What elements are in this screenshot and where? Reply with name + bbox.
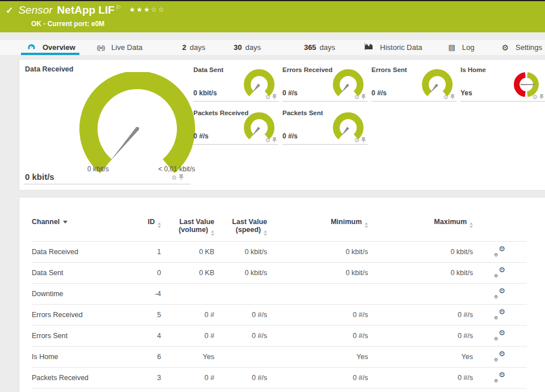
cell-channel: Errors Sent (32, 326, 117, 347)
tab-overview[interactable]: Overview (27, 43, 75, 52)
cell-last-value-speed: 0 #/s (214, 368, 267, 389)
pin-icon[interactable] (539, 94, 544, 100)
channel-settings-gear-icon[interactable]: ⚙ (354, 137, 360, 143)
channel-tile-packets-sent: Packets Sent 0 #/s ⚙ (282, 108, 367, 145)
pin-icon[interactable] (272, 137, 277, 143)
tile-divider (24, 184, 191, 184)
cell-maximum: 0 kbit/s (368, 242, 473, 263)
channel-settings-gear-icon[interactable]: ⚙ (265, 137, 271, 143)
tab-historic-data[interactable]: Historic Data (365, 43, 422, 52)
sensor-title: NetApp LIF (57, 4, 115, 16)
cell-maximum: 0 kbit/s (368, 263, 473, 284)
cell-maximum: 0 #/s (368, 305, 473, 326)
column-header-minimum[interactable]: Minimum (267, 218, 368, 242)
cell-minimum: 0 #/s (267, 368, 368, 389)
edit-channel-gears-icon[interactable]: ⚙⚙ (495, 289, 505, 297)
channel-settings-gear-icon[interactable]: ⚙ (532, 94, 538, 100)
cell-maximum: 0 #/s (368, 389, 473, 392)
edit-channel-gears-icon[interactable]: ⚙⚙ (495, 268, 505, 276)
cell-minimum: Yes (267, 347, 368, 368)
pin-icon[interactable] (450, 94, 455, 100)
channel-tile-value: Yes (460, 89, 472, 97)
tab-label: Historic Data (380, 43, 422, 52)
star-rating[interactable]: ★★★☆☆ (129, 6, 166, 14)
column-header-last-value-speed-[interactable]: Last Value (speed) (214, 218, 267, 242)
area-chart-icon (365, 43, 373, 50)
cell-last-value-volume: 0 # (161, 368, 214, 389)
table-row: Data Received 1 0 KB 0 kbit/s 0 kbit/s 0… (32, 242, 527, 263)
channel-tile-packets-received: Packets Received 0 #/s ⚙ (193, 108, 278, 145)
sort-toggle-icon (158, 222, 161, 228)
live-data-broadcast-icon: ((•)) (97, 44, 105, 51)
cell-last-value-speed: 0 #/s (214, 326, 267, 347)
column-header-channel[interactable]: Channel (32, 218, 117, 242)
settings-gear-icon: ⚙ (502, 43, 509, 52)
channel-settings-gear-icon[interactable]: ⚙ (443, 94, 449, 100)
edit-channel-gears-icon[interactable]: ⚙⚙ (495, 352, 505, 360)
cell-channel: Data Received (32, 242, 117, 263)
cell-id: 4 (117, 326, 161, 347)
channel-tile-value: 0 kbit/s (193, 89, 217, 97)
cell-channel: Data Sent (32, 263, 117, 284)
cell-maximum (368, 284, 473, 305)
channel-tile-value: 0 #/s (282, 132, 298, 140)
cell-last-value-volume: Yes (161, 347, 214, 368)
priority-flag-icon[interactable]: ⚐ (116, 4, 121, 11)
pin-icon[interactable] (361, 94, 366, 100)
tab-bar: Overview ((•)) Live Data 2 days 30 days … (0, 40, 545, 55)
cell-channel: Packets Received (32, 368, 117, 389)
pin-icon[interactable] (272, 94, 277, 100)
channel-tile-data-sent: Data Sent 0 kbit/s ⚙ (193, 65, 278, 102)
tab-log[interactable]: ▤ Log (449, 43, 475, 52)
tab-label: days (190, 43, 205, 52)
cell-minimum: 0 #/s (267, 305, 368, 326)
column-header-actions (473, 218, 527, 242)
cell-last-value-volume: 0 KB (161, 242, 214, 263)
cell-id: 0 (117, 263, 161, 284)
tab-label: Settings (516, 43, 542, 52)
primary-gauge (75, 72, 200, 174)
column-header-label: Maximum (434, 218, 467, 226)
column-header-last-value-volume-[interactable]: Last Value (volume) (161, 218, 214, 242)
column-header-label: ID (148, 218, 155, 226)
channel-settings-gear-icon[interactable]: ⚙ (171, 175, 177, 180)
edit-channel-gears-icon[interactable]: ⚙⚙ (495, 373, 505, 381)
channel-settings-gear-icon[interactable]: ⚙ (354, 94, 360, 100)
cell-minimum: 0 #/s (267, 326, 368, 347)
column-header-id[interactable]: ID (117, 218, 161, 242)
cell-id: 1 (117, 242, 161, 263)
primary-channel-value: 0 kbit/s (25, 172, 54, 182)
pin-icon[interactable] (179, 174, 184, 180)
pin-icon[interactable] (361, 137, 366, 143)
edit-channel-gears-icon[interactable]: ⚙⚙ (495, 331, 505, 339)
column-header-maximum[interactable]: Maximum (368, 218, 473, 242)
sort-toggle-icon (365, 222, 368, 228)
tab-days[interactable]: 30 days (230, 43, 261, 52)
tab-days[interactable]: 2 days (179, 43, 205, 52)
channel-settings-gear-icon[interactable]: ⚙ (265, 94, 271, 100)
tab-icon (27, 43, 36, 52)
channel-tile-errors-sent: Errors Sent 0 #/s ⚙ (371, 65, 457, 102)
table-row: Errors Sent 4 0 # 0 #/s 0 #/s 0 #/s ⚙⚙ (32, 326, 527, 347)
tab-live-data[interactable]: ((•)) Live Data (97, 43, 142, 52)
tab-settings[interactable]: ⚙ Settings (502, 43, 543, 52)
cell-channel: Downtime (32, 284, 117, 305)
tab-days[interactable]: 365 days (301, 43, 335, 52)
cell-maximum: 0 #/s (368, 326, 473, 347)
cell-last-value-volume: 0 KB (161, 263, 214, 284)
tab-label: Live Data (111, 43, 142, 52)
cell-last-value-volume: 0 # (161, 305, 214, 326)
cell-minimum: 0 kbit/s (267, 242, 368, 263)
tab-label-number: 2 (182, 43, 186, 52)
sort-toggle-icon (211, 230, 214, 236)
table-row: Packets Sent 2 0 # 0 #/s 0 #/s 0 #/s ⚙⚙ (32, 389, 527, 392)
channel-tile-value: 0 #/s (282, 89, 298, 97)
edit-channel-gears-icon[interactable]: ⚙⚙ (495, 247, 505, 255)
cell-last-value-volume (161, 284, 214, 305)
table-row: Is Home 6 Yes Yes Yes ⚙⚙ (32, 347, 527, 368)
cell-maximum: Yes (368, 347, 473, 368)
channel-tile-title: Errors Received (282, 66, 332, 73)
status-ok-check-icon: ✓ (6, 5, 13, 16)
tab-icon: ((•)) (97, 43, 105, 52)
edit-channel-gears-icon[interactable]: ⚙⚙ (495, 310, 505, 318)
